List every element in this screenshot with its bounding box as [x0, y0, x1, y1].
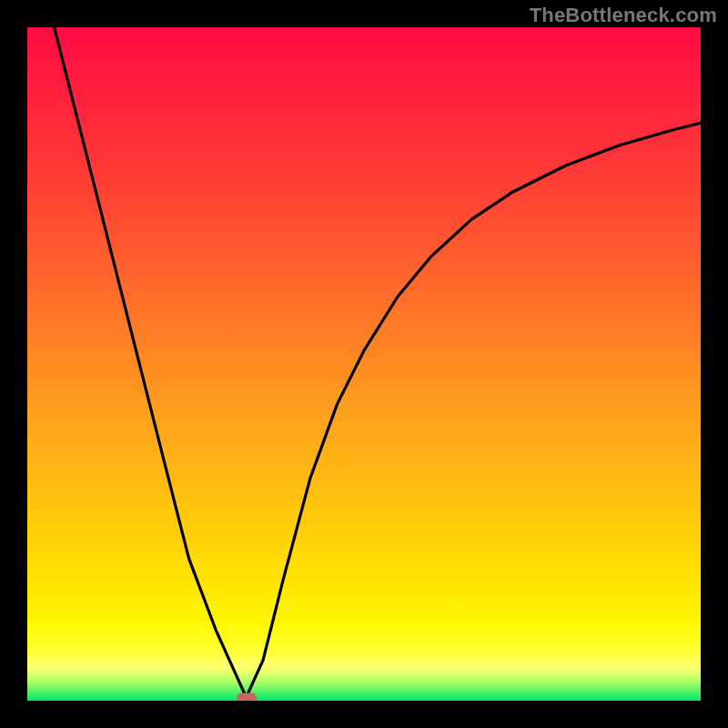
- bottleneck-curve: [27, 27, 701, 701]
- watermark-text: TheBottleneck.com: [530, 4, 717, 27]
- chart-frame: TheBottleneck.com: [0, 0, 728, 728]
- minimum-marker: [237, 693, 257, 702]
- plot-area: [27, 27, 701, 701]
- curve-path: [55, 27, 701, 697]
